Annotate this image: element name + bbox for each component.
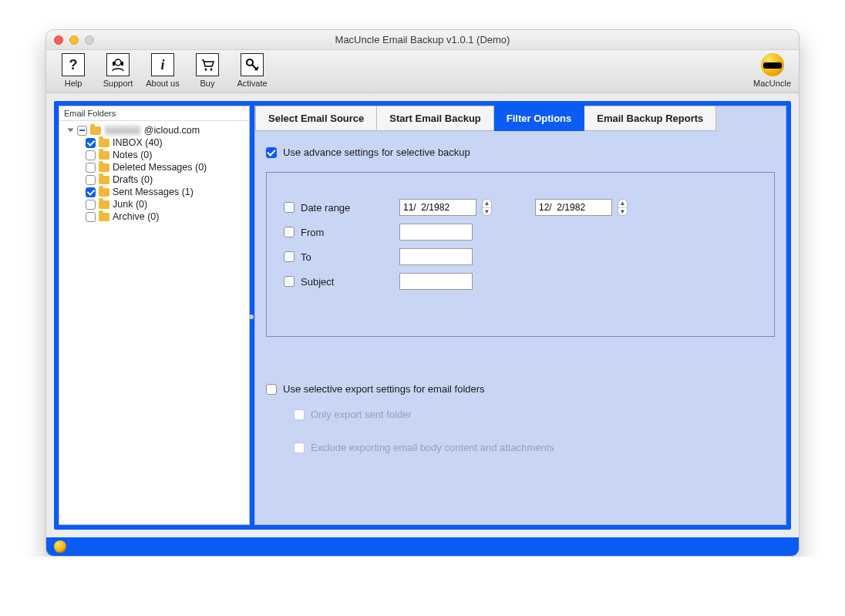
step-up-icon[interactable]: ▲: [618, 200, 627, 208]
from-label: From: [301, 227, 393, 238]
from-row: From: [284, 224, 757, 241]
deleted-checkbox[interactable]: [86, 163, 96, 173]
folder-icon: [99, 151, 109, 160]
folder-drafts[interactable]: Drafts (0): [86, 173, 246, 186]
svg-point-0: [115, 59, 121, 66]
exclude-body-row: Exclude exporting email body content and…: [294, 442, 775, 453]
date-to-input[interactable]: [535, 199, 612, 216]
macuncle-icon: [761, 53, 784, 76]
footer-bar: [46, 537, 799, 556]
advance-settings-panel: Date range ▲▼ ▲▼ From To: [266, 172, 775, 337]
folder-archive[interactable]: Archive (0): [86, 210, 246, 223]
brand-logo: MacUncle: [753, 53, 791, 88]
tab-start[interactable]: Start Email Backup: [377, 106, 494, 131]
junk-checkbox[interactable]: [86, 200, 96, 210]
to-row: To: [284, 248, 757, 265]
buy-button[interactable]: Buy: [188, 53, 227, 88]
folder-sent[interactable]: Sent Messages (1): [86, 186, 246, 198]
key-icon: [241, 53, 264, 76]
support-icon: [106, 53, 130, 76]
content-area: Email Folders xxxxxxx @icloud.com INBOX …: [54, 101, 791, 530]
from-checkbox[interactable]: [284, 227, 295, 237]
to-input[interactable]: [399, 248, 473, 265]
folder-junk[interactable]: Junk (0): [86, 198, 246, 210]
account-checkbox[interactable]: [77, 126, 87, 136]
tab-source[interactable]: Select Email Source: [255, 106, 377, 131]
help-button[interactable]: ? Help: [54, 53, 93, 88]
date-to-stepper[interactable]: ▲▼: [618, 199, 628, 216]
tab-reports[interactable]: Email Backup Reports: [584, 106, 716, 131]
activate-button[interactable]: Activate: [233, 53, 271, 88]
titlebar: MacUncle Email Backup v1.0.1 (Demo): [46, 30, 799, 50]
window-title: MacUncle Email Backup v1.0.1 (Demo): [46, 34, 799, 45]
toolbar: ? Help Support i About us Buy: [46, 50, 799, 93]
svg-rect-1: [113, 62, 115, 66]
to-label: To: [301, 251, 393, 263]
tab-filter[interactable]: Filter Options: [494, 106, 585, 131]
inbox-checkbox[interactable]: [86, 138, 96, 148]
folder-icon: [99, 163, 109, 172]
main-panel: Select Email Source Start Email Backup F…: [254, 106, 786, 525]
use-advance-label: Use advance settings for selective backu…: [283, 146, 470, 158]
footer-logo-icon: [54, 540, 66, 553]
splitter-handle[interactable]: [249, 315, 254, 319]
only-sent-checkbox: [294, 409, 305, 420]
cart-icon: [196, 53, 219, 76]
about-button[interactable]: i About us: [143, 53, 182, 88]
disclosure-icon[interactable]: [68, 129, 74, 133]
to-checkbox[interactable]: [284, 251, 295, 262]
use-selective-checkbox[interactable]: [266, 384, 277, 395]
drafts-checkbox[interactable]: [86, 175, 96, 185]
folder-tree: xxxxxxx @icloud.com INBOX (40) Notes (0): [59, 121, 249, 226]
svg-point-3: [205, 69, 207, 71]
exclude-body-checkbox: [294, 443, 305, 453]
use-selective-label: Use selective export settings for email …: [283, 383, 485, 395]
folder-icon: [99, 213, 109, 221]
folder-icon: [99, 139, 109, 147]
app-window: MacUncle Email Backup v1.0.1 (Demo) ? He…: [45, 29, 800, 557]
only-sent-label: Only export sent folder: [311, 409, 412, 420]
date-range-checkbox[interactable]: [284, 202, 295, 213]
exclude-body-label: Exclude exporting email body content and…: [311, 442, 554, 453]
subject-label: Subject: [301, 276, 393, 288]
step-up-icon[interactable]: ▲: [483, 200, 491, 208]
filter-options-body: Use advance settings for selective backu…: [255, 131, 786, 469]
svg-rect-2: [121, 62, 123, 66]
date-from-input[interactable]: [399, 199, 476, 216]
from-input[interactable]: [399, 224, 473, 241]
folder-icon: [99, 176, 109, 184]
step-down-icon[interactable]: ▼: [483, 208, 491, 216]
folder-inbox[interactable]: INBOX (40): [86, 136, 246, 149]
subject-checkbox[interactable]: [284, 276, 295, 287]
date-range-row: Date range ▲▼ ▲▼: [284, 199, 757, 216]
folder-deleted[interactable]: Deleted Messages (0): [86, 161, 246, 173]
tab-bar: Select Email Source Start Email Backup F…: [255, 106, 786, 131]
email-folders-panel: Email Folders xxxxxxx @icloud.com INBOX …: [59, 106, 250, 525]
toolbar-left: ? Help Support i About us Buy: [54, 53, 271, 88]
folder-icon: [99, 188, 109, 197]
email-folders-header: Email Folders: [59, 106, 249, 121]
only-sent-row: Only export sent folder: [294, 409, 775, 420]
date-from-stepper[interactable]: ▲▼: [482, 199, 492, 216]
account-suffix: @icloud.com: [144, 125, 200, 136]
archive-checkbox[interactable]: [86, 212, 96, 222]
folder-icon: [99, 200, 109, 209]
notes-checkbox[interactable]: [86, 150, 96, 160]
folder-notes[interactable]: Notes (0): [86, 149, 246, 161]
selective-export-section: Use selective export settings for email …: [266, 383, 775, 453]
step-down-icon[interactable]: ▼: [618, 208, 627, 216]
subject-input[interactable]: [399, 273, 473, 290]
account-node[interactable]: xxxxxxx @icloud.com: [69, 124, 246, 136]
svg-point-5: [247, 59, 253, 66]
subject-row: Subject: [284, 273, 757, 290]
sent-checkbox[interactable]: [86, 187, 96, 197]
use-advance-checkbox[interactable]: [266, 147, 277, 158]
use-selective-row[interactable]: Use selective export settings for email …: [266, 383, 775, 395]
folder-icon: [90, 126, 101, 135]
help-icon: ?: [62, 53, 85, 76]
date-range-label: Date range: [301, 202, 393, 214]
use-advance-row[interactable]: Use advance settings for selective backu…: [266, 146, 775, 158]
support-button[interactable]: Support: [99, 53, 137, 88]
account-name-redacted: xxxxxxx: [104, 125, 141, 136]
info-icon: i: [151, 53, 174, 76]
